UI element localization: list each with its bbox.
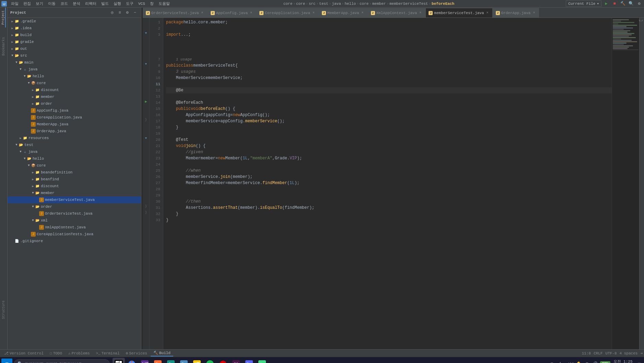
tree-item-order[interactable]: ▶ 📁 order [8, 100, 141, 107]
tab-close-icon[interactable]: × [200, 11, 204, 15]
breadcrumb-part[interactable]: src [309, 2, 316, 6]
encoding[interactable]: UTF-8 [606, 351, 617, 355]
tree-item-gradle[interactable]: ▶ 📁 .gradle [8, 18, 141, 25]
activity-item-project[interactable]: Project [1, 8, 6, 27]
fold-indicator[interactable]: } [143, 203, 149, 209]
tree-item-gradle2[interactable]: ▶ 📁 gradle [8, 38, 141, 45]
tab-close-icon[interactable]: × [532, 11, 536, 15]
tab-problems[interactable]: ⚠ Problems [66, 350, 92, 356]
current-file-dropdown[interactable]: Current File ▾ [566, 0, 601, 7]
tree-item-test[interactable]: ▼ 📂 test [8, 141, 141, 148]
tree-item-discount-test[interactable]: ▶ 📁 discount [8, 183, 141, 190]
taskbar-app-explorer[interactable] [191, 358, 203, 363]
tree-item-core-main[interactable]: ▼ 📦 core [8, 80, 141, 87]
tree-item-coreapplication[interactable]: J CoreApplication.java [8, 114, 141, 121]
tab-memberservicetest[interactable]: J memberServiceTest.java × [425, 8, 492, 18]
tab-terminal[interactable]: >_ Terminal [93, 351, 122, 356]
tree-item-memberservicetest[interactable]: J memberServiceTest.java [8, 196, 141, 203]
fold-indicator[interactable]: } [143, 117, 149, 123]
fold-indicator[interactable]: } [143, 209, 149, 216]
cursor-position[interactable]: 11:8 [582, 351, 591, 355]
battery-widget[interactable]: 55% [600, 361, 610, 363]
tree-item-appconfig[interactable]: J AppConfig.java [8, 107, 141, 114]
taskbar-app-slack[interactable]: Sl [230, 358, 242, 363]
menu-edit[interactable]: 편집 [21, 0, 33, 7]
tree-item-orderservicetest[interactable]: J OrderServiceTest.java [8, 210, 141, 217]
breadcrumb-part[interactable]: core [296, 2, 305, 6]
notification-icon[interactable]: 🔔 [575, 361, 582, 363]
taskbar-app-vs[interactable]: VS [139, 358, 151, 363]
line-ending[interactable]: CRLF [594, 351, 602, 355]
run-test-icon[interactable]: ▶ [143, 98, 149, 104]
fold-indicator[interactable]: ▼ [143, 61, 149, 67]
tab-build[interactable]: 🔨 Build [151, 350, 173, 356]
stop-button[interactable]: ■ [611, 0, 618, 7]
taskbar-search[interactable]: 🔍 검색하려면 여기에 입력하십시오. [14, 359, 110, 363]
tree-item-gitignore[interactable]: 📄 .gitignore [8, 238, 141, 245]
tree-item-memberapp[interactable]: J MemberApp.java [8, 121, 141, 128]
tab-close-icon[interactable]: × [485, 11, 490, 15]
wifi-icon[interactable] [584, 361, 590, 363]
panel-locate-icon[interactable]: ◎ [109, 9, 116, 16]
tree-item-main[interactable]: ▼ 📂 main [8, 59, 141, 66]
tab-close-icon[interactable]: × [249, 11, 253, 15]
breadcrumb-part[interactable]: test [319, 2, 328, 6]
settings-icon[interactable]: ⚙ [636, 0, 643, 7]
menu-run[interactable]: 실행 [112, 0, 123, 7]
tree-item-src[interactable]: ▼ 📂 src [8, 52, 141, 59]
tab-coreapplication[interactable]: J CoreApplication.java × [256, 8, 319, 18]
taskbar-app-spotify[interactable]: ♪ [204, 358, 216, 363]
search-everywhere-button[interactable]: 🔍 [628, 0, 634, 7]
taskbar-app-python[interactable]: Py [178, 358, 190, 363]
menu-build[interactable]: 빌드 [99, 0, 111, 7]
taskbar-app-sublimetext[interactable]: S [152, 358, 164, 363]
tab-todo[interactable]: ☐ TODO [47, 350, 65, 356]
breadcrumb-part[interactable]: core [283, 2, 292, 6]
tree-item-idea[interactable]: ▶ 📁 .idea [8, 25, 141, 32]
fold-indicator[interactable]: ▼ [143, 30, 149, 36]
menu-tools[interactable]: 도구 [124, 0, 136, 7]
tab-orderservicetest[interactable]: J OrderServiceTest.java × [143, 8, 208, 18]
tab-close-icon[interactable]: × [312, 11, 316, 15]
menu-vcs[interactable]: VCS [136, 1, 147, 7]
tree-item-core-test[interactable]: ▼ 📦 core [8, 162, 141, 169]
taskbar-app-intellij[interactable]: IJ [113, 358, 125, 363]
tree-item-java[interactable]: ▼ ☕ java [8, 66, 141, 73]
tab-orderapp[interactable]: J OrderApp.java × [493, 8, 539, 18]
menu-analyze[interactable]: 분석 [71, 0, 82, 7]
panel-settings-icon[interactable]: ⚙ [124, 9, 131, 16]
tree-item-resources[interactable]: ▶ 📁 resources [8, 135, 141, 141]
tree-item-member[interactable]: ▶ 📁 member [8, 93, 141, 100]
tree-item-xmlappcontext[interactable]: J XmlAppContext.java [8, 224, 141, 231]
menu-navigate[interactable]: 이동 [46, 0, 58, 7]
tab-version-control[interactable]: ⎇ Version Control [1, 350, 46, 356]
tree-item-out[interactable]: ▶ 📁 out [8, 45, 141, 52]
code-content[interactable]: package hello.core.member; import ...; 1… [163, 18, 612, 349]
tree-container[interactable]: ▶ 📁 .gradle ▶ 📁 .idea ▶ 📁 build ▶ 📁 gra [8, 18, 141, 349]
tab-services[interactable]: ⚙ Services [123, 350, 150, 356]
tab-appconfig[interactable]: J AppConfig.java × [208, 8, 256, 18]
menu-code[interactable]: 코드 [58, 0, 70, 7]
menu-refactor[interactable]: 리팩터 [83, 0, 98, 7]
show-desktop-icon[interactable]: □ [636, 361, 643, 363]
tree-item-coreapptests[interactable]: J CoreApplicationTests.java [8, 231, 141, 238]
code-editor-view[interactable]: ▼ ▼ ▶ } ▼ [143, 18, 644, 349]
tree-item-xml[interactable]: ▼ 📂 xml [8, 217, 141, 224]
tree-item-beandefinition[interactable]: ▶ 📁 beandefinition [8, 169, 141, 176]
indent-setting[interactable]: 4 spaces [620, 351, 638, 355]
activity-item-structure[interactable]: Structure [2, 298, 5, 322]
taskbar-app-gitkraken[interactable]: G [165, 358, 177, 363]
tree-item-build[interactable]: ▶ 📁 build [8, 32, 141, 38]
breadcrumb-part[interactable]: member [372, 2, 386, 6]
menu-help[interactable]: 도움말 [156, 0, 172, 7]
tree-item-order-test[interactable]: ▼ 📂 order [8, 203, 141, 210]
network-icon[interactable]: ⊞ [549, 361, 555, 363]
menu-file[interactable]: 파일 [9, 0, 21, 7]
run-button[interactable]: ▶ [603, 0, 610, 7]
breadcrumb-part[interactable]: core [360, 2, 368, 6]
tab-close-icon[interactable]: × [418, 11, 422, 15]
taskbar-app-android[interactable]: A [256, 358, 268, 363]
activity-item-bookmarks[interactable]: Bookmarks [2, 34, 5, 58]
panel-minimize-icon[interactable]: − [131, 9, 138, 16]
breadcrumb-part[interactable]: memberServiceTest [389, 2, 428, 6]
